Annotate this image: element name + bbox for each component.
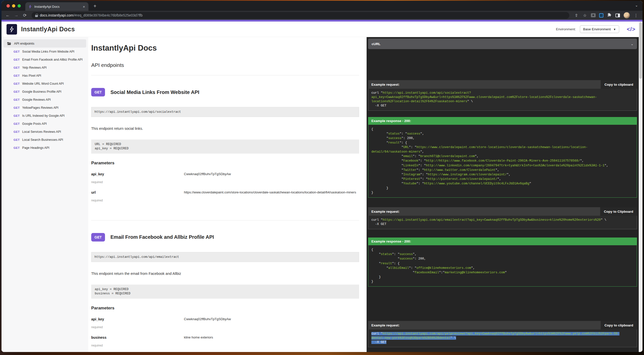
sidebar-item-label: Google Reviews API bbox=[22, 98, 51, 101]
camera-extension-icon[interactable] bbox=[591, 13, 596, 17]
environment-label: Environment: bbox=[556, 27, 576, 31]
chevron-down-icon: ▼ bbox=[613, 28, 616, 31]
code-line: { bbox=[371, 127, 634, 132]
example-request-block: Example request:Copy to Clipboardcurl "h… bbox=[368, 207, 637, 229]
example-block-label: Example request: bbox=[368, 321, 601, 329]
docs-app: InstantlyApi Docs Environment: Base Envi… bbox=[2, 22, 642, 352]
minimize-window-button[interactable] bbox=[12, 4, 15, 8]
code-view-toggle[interactable]: </> bbox=[627, 26, 635, 33]
sidebar-item-has-pixel-api[interactable]: GETHas Pixel API bbox=[2, 72, 88, 80]
sidebar-item-label: Google Business Profile API bbox=[22, 90, 61, 93]
side-panel-icon[interactable] bbox=[615, 14, 620, 17]
sidebar-item-email-from-facebook-and-allbiz-profile-api[interactable]: GETEmail From Facebook and Allbiz Profil… bbox=[2, 56, 88, 64]
forward-button[interactable]: → bbox=[13, 12, 20, 19]
method-badge: GET bbox=[91, 233, 105, 242]
parameter-name: url bbox=[91, 190, 184, 194]
url-path: /#req_d089e39784be4c76bfb8e525e03d7ffb bbox=[73, 13, 143, 17]
example-block-label: Example request: bbox=[368, 207, 600, 216]
sidebar-item-yellowpages-reviews-api[interactable]: GETYellowPages Reviews API bbox=[2, 104, 88, 112]
code-block: { "status": "success", "success": 200, "… bbox=[368, 245, 637, 287]
section-header: GETSocial Media Links From Website API bbox=[91, 88, 359, 96]
menu-kebab-icon[interactable]: ⋮ bbox=[633, 13, 638, 18]
copy-to-clipboard-button[interactable]: Copy to clipboard bbox=[601, 80, 637, 89]
api-section-email-from-facebook-and-allbiz-profile-api: GETEmail From Facebook and Allbiz Profil… bbox=[91, 220, 359, 352]
example-block-header: Example request:Copy to clipboard bbox=[368, 321, 637, 329]
code-line-text: "URL": "https://www.cloverdalepaint.com/… bbox=[371, 146, 588, 149]
section-header: GETEmail From Facebook and Allbiz Profil… bbox=[91, 233, 359, 242]
code-line-text: { bbox=[371, 128, 373, 131]
extensions-puzzle-icon[interactable] bbox=[607, 13, 612, 18]
page-subtitle: API endpoints bbox=[91, 62, 359, 68]
method-badge: GET bbox=[14, 74, 20, 77]
section-description: This endpoint return the email from Face… bbox=[91, 272, 359, 276]
code-line: "URL": "https://www.cloverdalepaint.com/… bbox=[371, 145, 634, 150]
fullscreen-window-button[interactable] bbox=[18, 4, 21, 8]
sidebar-item-website-url-word-count-api[interactable]: GETWebsite URL Word Count API bbox=[2, 80, 88, 88]
code-line: } bbox=[371, 275, 634, 279]
code-line-text: curl "https://api.instantlyapi.com/api/y… bbox=[371, 332, 619, 335]
tab-search-chevron-icon[interactable]: ⌄ bbox=[635, 3, 638, 7]
code-line: "Twitter": "http://www.twitter.com/Clove… bbox=[371, 168, 634, 172]
parameter-required-note: required bbox=[91, 325, 184, 329]
parameter-required-note: required bbox=[91, 344, 184, 347]
sidebar-item-google-posts-api[interactable]: GETGoogle Posts API bbox=[2, 120, 88, 128]
sidebar-item-page-headings-api[interactable]: GETPage Headings API bbox=[2, 144, 88, 152]
code-line: curl "https://api.instantlyapi.com/api/e… bbox=[371, 218, 634, 222]
sidebar-item-is-url-indexed-by-google-api[interactable]: GETIs URL Indexed by Google API bbox=[2, 112, 88, 120]
sidebar-item-social-media-links-from-website-api[interactable]: GETSocial Media Links From Website API bbox=[2, 48, 88, 56]
code-line-text: curl "https://api.instantlyapi.com/api/e… bbox=[371, 218, 606, 222]
example-block-label: Example request: bbox=[368, 80, 601, 89]
parameter-name: api_key bbox=[91, 172, 184, 176]
method-badge: GET bbox=[91, 88, 105, 96]
sidebar-item-label: Social Media Links From Website API bbox=[22, 50, 74, 53]
profile-avatar[interactable] bbox=[623, 12, 630, 19]
language-selector[interactable]: cURL ⌄ bbox=[368, 39, 637, 49]
toolbar-icons: ⇧ ☆ ⋮ bbox=[572, 12, 640, 19]
method-badge: GET bbox=[14, 82, 20, 85]
sidebar-item-local-services-reviews-api[interactable]: GETLocal Services Reviews API bbox=[2, 128, 88, 136]
code-block: curl "https://api.instantlyapi.com/api/y… bbox=[368, 329, 637, 347]
copy-to-clipboard-button[interactable]: Copy to Clipboard bbox=[600, 207, 637, 216]
method-badge: GET bbox=[14, 58, 20, 61]
page-url: docs.instantlyapi.com/#req_d089e39784be4… bbox=[40, 13, 143, 17]
reload-button[interactable]: ⟳ bbox=[21, 12, 29, 19]
sidebar-item-google-business-profile-api[interactable]: GETGoogle Business Profile API bbox=[2, 88, 88, 96]
address-bar[interactable]: docs.instantlyapi.com/#req_d089e39784be4… bbox=[32, 12, 569, 19]
close-window-button[interactable] bbox=[7, 4, 10, 8]
code-line-text: "Pinterest": "http://pinterest.com/clove… bbox=[371, 177, 501, 181]
parameter-row: urlrequiredhttps://www.cloverdalepaint.c… bbox=[91, 190, 359, 202]
code-line-text: { bbox=[371, 248, 373, 252]
scrollbar-thumb[interactable] bbox=[639, 22, 642, 79]
bookmark-star-icon[interactable]: ☆ bbox=[582, 13, 587, 18]
method-badge: GET bbox=[14, 66, 20, 69]
app-logo-lightning-icon bbox=[7, 24, 17, 35]
sidebar-item-yelp-reviews-api[interactable]: GETYelp Reviews API bbox=[2, 64, 88, 72]
traffic-lights bbox=[2, 1, 25, 11]
sidebar-header-api-endpoints[interactable]: API endpoints bbox=[4, 39, 86, 48]
required-params-block: api_key = REQUIRED business = REQUIRED bbox=[91, 285, 359, 299]
copy-to-clipboard-button[interactable]: Copy to clipboard bbox=[601, 321, 637, 329]
code-line: "allbizEmail": "office@klinehomeexterior… bbox=[371, 266, 634, 270]
code-line-text: "result": { bbox=[371, 141, 407, 145]
code-line: "Youtube": "https://www.youtube.com/chan… bbox=[371, 181, 634, 186]
capture-extension-icon[interactable] bbox=[599, 13, 603, 18]
page-title: InstantlyApi Docs bbox=[91, 44, 359, 53]
share-icon[interactable]: ⇧ bbox=[574, 13, 579, 18]
app-body: API endpoints GETSocial Media Links From… bbox=[2, 37, 642, 352]
back-button[interactable]: ← bbox=[4, 12, 12, 19]
page-scrollbar[interactable] bbox=[639, 22, 642, 352]
sidebar-item-local-search-businesses-api[interactable]: GETLocal Search Businesses API bbox=[2, 136, 88, 144]
sidebar-item-label: Website URL Word Count API bbox=[22, 82, 64, 85]
endpoint-url: https://api.instantlyapi.com/api/emailex… bbox=[91, 252, 359, 262]
browser-tab[interactable]: InstantlyApi Docs × bbox=[25, 2, 88, 11]
section-description: This endpoint return social links. bbox=[91, 127, 359, 131]
code-line: -X GET bbox=[371, 340, 634, 344]
new-tab-button[interactable]: + bbox=[91, 3, 98, 10]
sidebar-item-google-reviews-api[interactable]: GETGoogle Reviews API bbox=[2, 96, 88, 104]
tab-close-icon[interactable]: × bbox=[82, 5, 86, 9]
environment-select[interactable]: Base Environment ▼ bbox=[580, 25, 619, 33]
code-block: { "status": "success", "success": 200, "… bbox=[368, 125, 637, 198]
parameter-name-cell: api_keyrequired bbox=[91, 172, 184, 184]
parameter-value: Cwwknaq02ffBuhvTpTgSDbyAw bbox=[184, 317, 359, 329]
code-line-text: "success": 200, bbox=[371, 257, 426, 261]
